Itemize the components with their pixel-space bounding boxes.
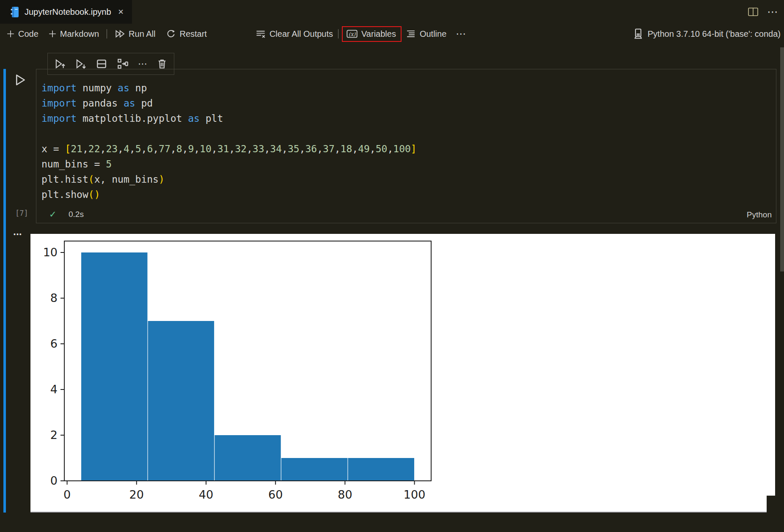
code-cell: import numpy as npimport pandas as pdimp… (36, 69, 776, 223)
execution-duration: 0.2s (69, 210, 84, 219)
clear-all-outputs-label: Clear All Outputs (270, 29, 333, 39)
kernel-picker[interactable]: Python 3.7.10 64-bit ('base': conda) (633, 24, 781, 44)
restart-label: Restart (179, 29, 206, 39)
run-all-label: Run All (129, 29, 155, 39)
delete-cell-button[interactable] (157, 58, 167, 69)
restart-icon (166, 29, 176, 38)
svg-text:20: 20 (129, 488, 144, 501)
svg-text:100: 100 (404, 488, 426, 501)
variables-button[interactable]: (x) Variables (347, 29, 396, 39)
run-cell-button[interactable] (14, 74, 26, 86)
variables-label: Variables (361, 29, 396, 39)
svg-text:(x): (x) (349, 31, 356, 37)
tab-title: JupyterNotebook.ipynb (25, 7, 111, 17)
output-corner-notch (767, 496, 775, 513)
split-cell-button[interactable] (96, 58, 107, 69)
more-actions-icon[interactable]: ⋯ (767, 6, 778, 17)
clear-all-outputs-icon (256, 29, 266, 38)
execution-count: [7] (15, 209, 28, 217)
toolbar-more-icon[interactable]: ⋯ (456, 28, 466, 40)
svg-text:40: 40 (199, 488, 213, 501)
notebook-file-icon (10, 6, 19, 18)
outline-label: Outline (420, 29, 446, 39)
variables-highlight-box: (x) Variables (342, 26, 402, 42)
svg-text:80: 80 (338, 488, 352, 501)
variables-icon: (x) (347, 30, 358, 38)
execute-below-button[interactable] (75, 58, 86, 69)
code-editor[interactable]: import numpy as npimport pandas as pdimp… (41, 80, 417, 202)
add-code-cell-button[interactable]: Code (7, 29, 39, 39)
plus-icon (49, 30, 56, 38)
add-code-label: Code (18, 29, 39, 39)
editor-actions: ⋯ (748, 0, 778, 24)
toolbar-separator (338, 29, 338, 38)
run-all-icon (115, 29, 125, 38)
cell-focus-indicator (3, 69, 6, 513)
tab-close-icon[interactable]: ✕ (118, 8, 124, 16)
kernel-label: Python 3.7.10 64-bit ('base': conda) (647, 29, 781, 39)
outline-icon (406, 29, 416, 38)
svg-text:4: 4 (50, 383, 58, 396)
add-markdown-label: Markdown (60, 29, 99, 39)
success-check-icon: ✓ (49, 209, 57, 219)
cell-output-panel: 0204060801000246810 (30, 234, 775, 513)
svg-text:6: 6 (50, 337, 58, 350)
run-all-button[interactable]: Run All (115, 29, 155, 39)
svg-text:0: 0 (63, 488, 71, 501)
svg-text:8: 8 (50, 291, 58, 304)
svg-text:2: 2 (50, 428, 58, 442)
vscode-notebook-window: JupyterNotebook.ipynb ✕ ⋯ Code Markdown (0, 0, 784, 532)
tab-bar: JupyterNotebook.ipynb ✕ ⋯ (0, 0, 784, 24)
output-collapse-icon[interactable]: ••• (14, 231, 22, 238)
cell-language-picker[interactable]: Python (747, 210, 772, 219)
kernel-icon (633, 28, 643, 39)
plus-icon (7, 30, 14, 38)
toolbar-separator (107, 29, 107, 38)
restart-kernel-button[interactable]: Restart (166, 29, 206, 39)
histogram-plot: 0204060801000246810 (30, 234, 479, 511)
clear-all-outputs-button[interactable]: Clear All Outputs (256, 29, 333, 39)
split-editor-icon[interactable] (748, 7, 759, 17)
svg-text:60: 60 (268, 488, 283, 501)
svg-text:10: 10 (43, 246, 58, 259)
outline-button[interactable]: Outline (406, 29, 446, 39)
cell-more-actions-icon[interactable]: ⋯ (138, 62, 147, 66)
vertical-scrollbar-thumb[interactable] (780, 47, 784, 271)
join-cells-button[interactable] (117, 58, 128, 69)
add-markdown-cell-button[interactable]: Markdown (49, 29, 99, 39)
svg-text:0: 0 (50, 474, 58, 487)
execute-above-button[interactable] (55, 58, 66, 69)
tab-jupyternotebook[interactable]: JupyterNotebook.ipynb ✕ (0, 0, 132, 24)
